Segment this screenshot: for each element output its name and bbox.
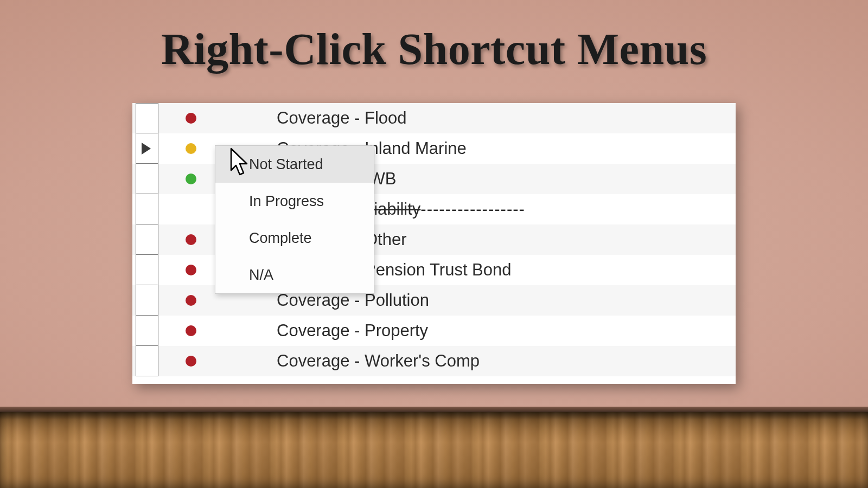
status-dot-icon — [186, 295, 196, 306]
row-label: Coverage - Worker's Comp — [277, 351, 480, 371]
floor — [0, 412, 868, 488]
row-header[interactable] — [136, 164, 158, 194]
context-menu-item-not-started[interactable]: Not Started — [215, 146, 374, 183]
row-header[interactable] — [136, 224, 158, 255]
row-header[interactable] — [136, 316, 158, 346]
status-dot-icon — [186, 143, 196, 154]
row-label: Coverage - Flood — [277, 108, 407, 128]
list-item[interactable]: Coverage - Flood — [132, 103, 736, 133]
context-menu[interactable]: Not Started In Progress Complete N/A — [215, 145, 374, 294]
app-screenshot: Coverage - Flood Coverage - Inland Marin… — [132, 103, 736, 384]
status-dot-icon — [186, 265, 196, 275]
status-dot-icon — [186, 174, 196, 184]
status-dot-icon — [186, 113, 196, 124]
baseboard — [0, 407, 868, 412]
slide-title: Right-Click Shortcut Menus — [0, 24, 868, 75]
context-menu-item-na[interactable]: N/A — [215, 256, 374, 293]
row-header[interactable] — [136, 103, 158, 133]
row-header[interactable] — [136, 255, 158, 285]
row-header[interactable] — [136, 133, 158, 164]
list-item[interactable]: Coverage - Property — [132, 316, 736, 346]
row-label-trail: ----------------- — [420, 200, 525, 219]
current-row-arrow-icon — [142, 143, 151, 155]
status-dot-icon — [186, 356, 196, 367]
row-header[interactable] — [136, 285, 158, 316]
row-header[interactable] — [136, 346, 158, 376]
context-menu-item-complete[interactable]: Complete — [215, 220, 374, 256]
context-menu-item-in-progress[interactable]: In Progress — [215, 183, 374, 220]
list-item[interactable]: Coverage - Worker's Comp — [132, 346, 736, 376]
status-dot-icon — [186, 325, 196, 336]
status-dot-icon — [186, 234, 196, 245]
row-label: Coverage - Property — [277, 321, 428, 341]
slide-stage: Right-Click Shortcut Menus Coverage - Fl… — [0, 0, 868, 488]
row-header[interactable] — [136, 194, 158, 224]
